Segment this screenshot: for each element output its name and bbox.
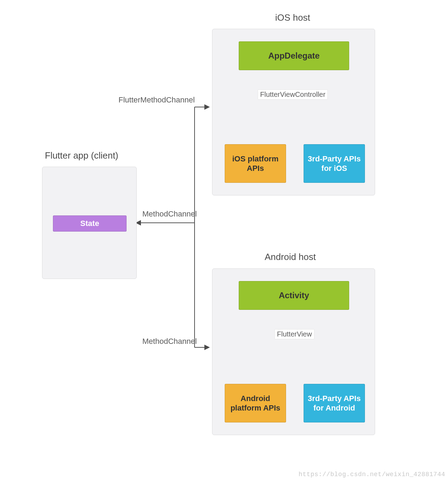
ios-3rdparty-apis-box: 3rd-Party APIs for iOS — [304, 144, 365, 183]
ios-panel-title: iOS host — [275, 12, 310, 23]
ios-platform-apis-box: iOS platform APIs — [225, 144, 286, 183]
android-panel-title: Android host — [265, 252, 316, 262]
flutter-method-channel-label: FlutterMethodChannel — [116, 95, 197, 105]
android-panel: Activity Android platform APIs 3rd-Party… — [212, 268, 375, 435]
method-channel-label-android: MethodChannel — [140, 336, 199, 347]
ios-appdelegate-box: AppDelegate — [239, 41, 349, 70]
method-channel-label-mid: MethodChannel — [140, 209, 199, 219]
ios-view-label: FlutterViewController — [258, 89, 328, 100]
android-view-label: FlutterView — [274, 329, 314, 339]
client-panel-title: Flutter app (client) — [45, 150, 118, 161]
diagram-canvas: Flutter app (client) State iOS host AppD… — [0, 0, 448, 480]
android-activity-box: Activity — [239, 281, 349, 310]
ios-panel: AppDelegate iOS platform APIs 3rd-Party … — [212, 29, 375, 195]
client-panel: State — [42, 167, 137, 279]
watermark-text: https://blog.csdn.net/weixin_42881744 — [299, 471, 445, 478]
android-3rdparty-apis-box: 3rd-Party APIs for Android — [304, 384, 365, 422]
state-box: State — [53, 215, 127, 232]
android-platform-apis-box: Android platform APIs — [225, 384, 286, 422]
